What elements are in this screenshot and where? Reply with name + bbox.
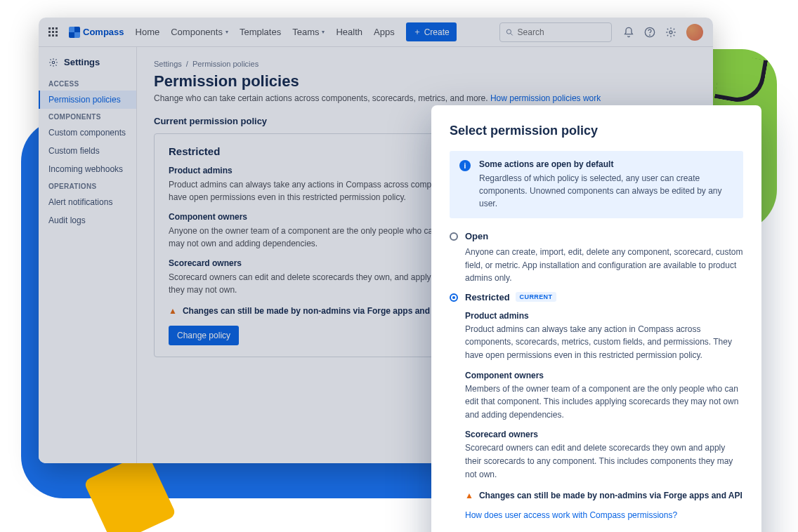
how-access-works-link[interactable]: How does user access work with Compass p…: [465, 510, 677, 520]
restricted-block-text: Product admins can always take any actio…: [465, 323, 743, 362]
info-banner: i Some actions are open by default Regar…: [450, 151, 743, 218]
restricted-block-text: Members of the owner team of a component…: [465, 383, 743, 422]
radio-open[interactable]: [450, 232, 458, 241]
restricted-block-heading: Product admins: [465, 311, 743, 321]
option-restricted[interactable]: Restricted CURRENT: [450, 292, 743, 302]
info-text: Regardless of which policy is selected, …: [479, 172, 733, 210]
restricted-block-heading: Scorecard owners: [465, 430, 743, 439]
current-badge: CURRENT: [516, 292, 557, 302]
warning-icon: ▲: [465, 491, 473, 500]
option-restricted-title: Restricted: [465, 292, 510, 302]
info-icon: i: [459, 160, 471, 171]
dialog-title: Select permission policy: [450, 124, 743, 138]
option-open[interactable]: Open Anyone can create, import, edit, de…: [450, 231, 743, 285]
restricted-block-heading: Component owners: [465, 371, 743, 380]
info-title: Some actions are open by default: [479, 159, 733, 169]
restricted-block-text: Scorecard owners can edit and delete sco…: [465, 441, 743, 481]
dialog-warning: Changes can still be made by non-admins …: [479, 491, 743, 500]
option-open-desc: Anyone can create, import, edit, delete …: [465, 246, 743, 285]
option-open-title: Open: [465, 231, 488, 241]
radio-restricted[interactable]: [450, 293, 458, 302]
select-policy-dialog: Select permission policy i Some actions …: [431, 105, 761, 532]
